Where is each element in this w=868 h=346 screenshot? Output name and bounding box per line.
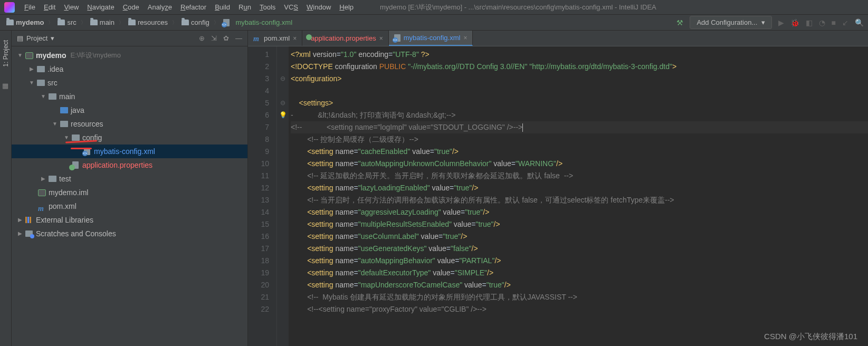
tab-pom[interactable]: mpom.xml× [248, 31, 302, 46]
menu-analyze[interactable]: Analyze [145, 2, 175, 12]
maven-icon: m [38, 203, 45, 210]
tree-main[interactable]: ▼main [12, 90, 247, 103]
source-folder-icon [60, 107, 68, 113]
menu-vcs[interactable]: VCS [281, 2, 301, 12]
debug-icon[interactable]: 🐞 [790, 18, 799, 27]
menu-refactor[interactable]: Refactor [177, 2, 209, 12]
tree-root[interactable]: ▼mydemoE:\毕设\mydemo [12, 49, 247, 62]
tree-extlib[interactable]: ▶External Libraries [12, 213, 247, 227]
resources-folder-icon [60, 121, 68, 127]
menu-run[interactable]: Run [235, 2, 254, 12]
folder-icon [72, 134, 80, 141]
tree-pom[interactable]: mpom.xml [12, 199, 247, 213]
tree-appprops[interactable]: application.properties [12, 158, 247, 172]
app-icon [4, 2, 15, 13]
folder-icon [128, 20, 136, 25]
close-icon[interactable]: × [463, 34, 467, 42]
crumb-main[interactable]: main [88, 17, 117, 27]
structure-tab-icon[interactable]: ▦ [2, 82, 9, 89]
library-icon [25, 217, 33, 223]
crumb-mydemo[interactable]: mydemo [4, 17, 46, 27]
menu-window[interactable]: Window [303, 2, 334, 12]
folder-icon [58, 20, 65, 25]
folder-icon [90, 20, 98, 25]
tree-resources[interactable]: ▼resources [12, 117, 247, 131]
settings-icon[interactable]: ✿ [223, 34, 229, 42]
folder-icon [182, 20, 189, 25]
menu-code[interactable]: Code [120, 2, 142, 12]
line-gutter: 12345678910111213141516171819202122 [248, 46, 277, 346]
watermark: CSDN @小飞侠彼得潘101 [764, 332, 857, 342]
stop-icon[interactable]: ■ [832, 18, 836, 27]
menu-help[interactable]: Help [336, 2, 357, 12]
toolbar-right: ⚒ Add Configuration... ▾ ▶ 🐞 ◧ ◔ ■ ↙ 🔍 [676, 16, 864, 29]
menu-edit[interactable]: Edit [41, 2, 59, 12]
project-panel-header: ▤ Project ▾ ⊕ ⇲ ✿ — [12, 31, 247, 46]
tree-mybatis-config[interactable]: <>mybatis-config.xml [12, 145, 247, 158]
annotation-underline [71, 148, 92, 149]
crumb-resources[interactable]: resources [126, 17, 170, 27]
panel-title[interactable]: ▤ Project ▾ [17, 34, 54, 42]
scratches-icon [25, 230, 33, 237]
select-opened-icon[interactable]: ⊕ [199, 34, 205, 42]
tab-mybatis[interactable]: <>mybatis-config.xml× [389, 31, 473, 46]
run-config-dropdown[interactable]: Add Configuration... ▾ [690, 16, 771, 29]
menu-tools[interactable]: Tools [256, 2, 279, 12]
tab-appprops[interactable]: application.properties× [302, 31, 389, 46]
window-title: mydemo [E:\毕设\mydemo] - ...\src\main\res… [380, 3, 656, 12]
expand-all-icon[interactable]: ⇲ [211, 34, 217, 42]
project-panel: ▤ Project ▾ ⊕ ⇲ ✿ — ▼mydemoE:\毕设\mydemo … [12, 31, 248, 346]
breadcrumb: mydemo〉 src〉 main〉 resources〉 config〉 <>… [4, 17, 294, 27]
build-icon[interactable]: ⚒ [676, 18, 683, 27]
crumb-src[interactable]: src [55, 17, 78, 27]
tree-test[interactable]: ▶test [12, 172, 247, 186]
tool-window-stripe: 1: Project ▦ [0, 31, 12, 346]
menu-bar: File Edit View Navigate Code Analyze Ref… [0, 0, 868, 15]
crumb-config[interactable]: config [179, 17, 212, 27]
maven-icon: m [253, 35, 261, 42]
tree-iml[interactable]: mydemo.iml [12, 186, 247, 199]
navigation-bar: mydemo〉 src〉 main〉 resources〉 config〉 <>… [0, 15, 868, 31]
xml-file-icon: <> [223, 19, 230, 26]
module-file-icon [38, 189, 46, 196]
tree-scratches[interactable]: ▶Scratches and Consoles [12, 227, 247, 241]
close-icon[interactable]: × [293, 35, 297, 42]
menu-navigate[interactable]: Navigate [84, 2, 117, 12]
tree-idea[interactable]: ▶.idea [12, 62, 247, 76]
tab-project-vert[interactable]: 1: Project [1, 36, 11, 71]
editor-tabs: mpom.xml× application.properties× <>myba… [248, 31, 868, 46]
run-icon[interactable]: ▶ [778, 18, 784, 27]
search-icon[interactable]: 🔍 [855, 18, 864, 27]
profile-icon[interactable]: ◔ [819, 18, 825, 27]
menu-view[interactable]: View [61, 2, 82, 12]
folder-icon [49, 176, 56, 182]
project-tree[interactable]: ▼mydemoE:\毕设\mydemo ▶.idea ▼src ▼main ja… [12, 46, 247, 243]
xml-file-icon: <> [394, 34, 400, 42]
coverage-icon[interactable]: ◧ [806, 18, 813, 27]
folder-icon [6, 20, 14, 25]
folder-icon [37, 66, 45, 72]
module-icon [25, 52, 33, 59]
close-icon[interactable]: × [379, 35, 383, 42]
editor-area: mpom.xml× application.properties× <>myba… [248, 31, 868, 346]
menu-file[interactable]: File [21, 2, 39, 12]
menu-build[interactable]: Build [212, 2, 233, 12]
tree-java[interactable]: java [12, 103, 247, 117]
crumb-file[interactable]: <> mybatis-config.xml [221, 17, 294, 27]
tree-src[interactable]: ▼src [12, 76, 247, 90]
code-editor[interactable]: 12345678910111213141516171819202122 ⊖⊖💡 … [248, 46, 868, 346]
vcs-update-icon[interactable]: ↙ [842, 18, 848, 27]
folder-icon [49, 93, 56, 100]
code-content[interactable]: <?xml version="1.0" encoding="UTF-8" ?><… [289, 46, 868, 346]
hide-icon[interactable]: — [235, 34, 242, 42]
folder-icon [37, 80, 45, 86]
tree-config[interactable]: ▼config [12, 131, 247, 145]
gutter-icons: ⊖⊖💡 [277, 46, 289, 346]
